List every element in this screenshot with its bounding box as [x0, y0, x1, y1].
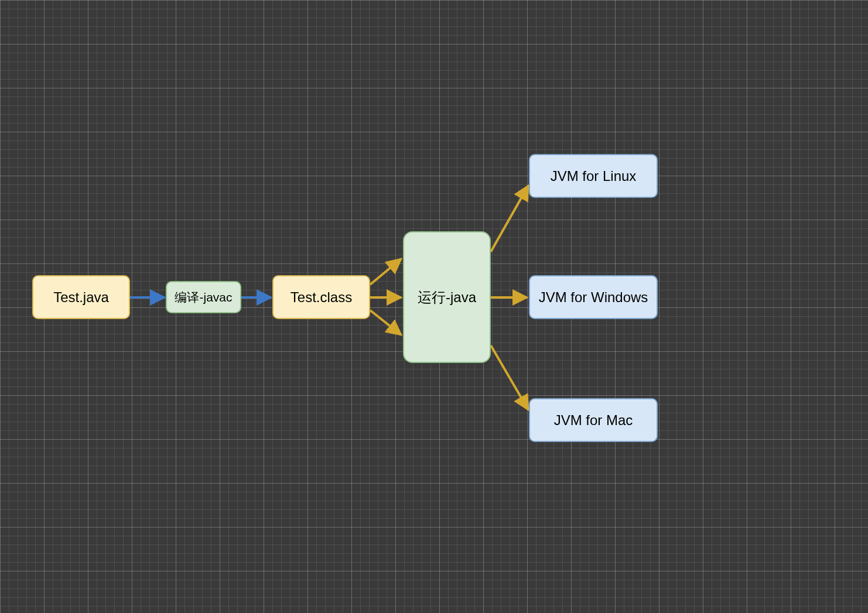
- node-test-class[interactable]: Test.class: [272, 275, 370, 319]
- node-jvm-linux[interactable]: JVM for Linux: [529, 154, 658, 198]
- edge-testclass-run-top: [370, 259, 401, 285]
- edge-run-linux: [491, 186, 528, 252]
- node-jvm-mac[interactable]: JVM for Mac: [529, 398, 658, 442]
- edge-run-mac: [491, 345, 528, 410]
- node-test-java[interactable]: Test.java: [32, 275, 130, 319]
- node-run-java[interactable]: 运行-java: [403, 231, 491, 363]
- node-jvm-windows[interactable]: JVM for Windows: [529, 275, 658, 319]
- node-compile-javac[interactable]: 编译-javac: [166, 281, 241, 313]
- edge-testclass-run-bot: [370, 310, 401, 335]
- diagram-canvas[interactable]: Test.java 编译-javac Test.class 运行-java JV…: [0, 0, 868, 613]
